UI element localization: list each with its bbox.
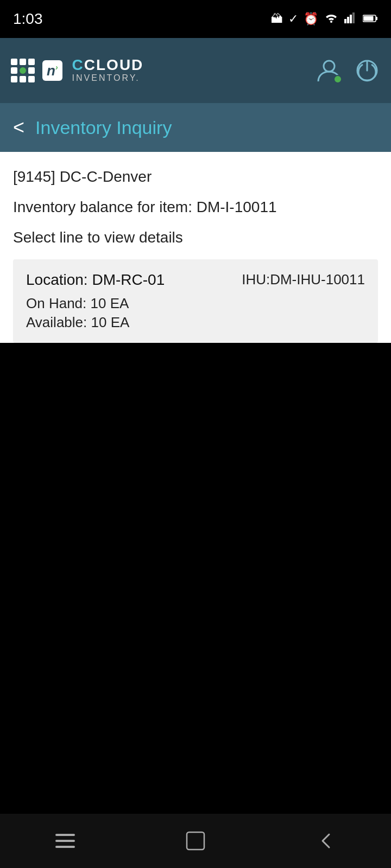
grid-dot-2	[20, 59, 26, 65]
bottom-nav	[0, 814, 391, 868]
logo-n-letter: n›	[47, 63, 58, 78]
grid-icon[interactable]	[11, 59, 35, 82]
card-row-top: Location: DM-RC-01 IHU:DM-IHU-10011	[26, 271, 365, 289]
signal-icon	[344, 11, 357, 27]
header-left: n› CCLOUD INVENTORY.	[11, 58, 143, 83]
svg-rect-1	[344, 19, 346, 23]
check-icon: ✓	[288, 12, 298, 26]
status-icons: 🏔 ✓ ⏰	[271, 11, 378, 27]
main-content: [9145] DC-C-Denver Inventory balance for…	[0, 152, 391, 343]
location-line: [9145] DC-C-Denver	[13, 168, 378, 186]
status-bar: 1:03 🏔 ✓ ⏰	[0, 0, 391, 38]
card-ihu: IHU:DM-IHU-10011	[242, 271, 365, 288]
card-on-hand: On Hand: 10 EA	[26, 295, 365, 312]
nav-back-button[interactable]	[304, 825, 348, 857]
user-icon-wrap[interactable]	[315, 56, 343, 85]
page-header: < Inventory Inquiry	[0, 103, 391, 152]
nav-menu-icon	[55, 834, 75, 848]
grid-dot-7	[11, 76, 17, 82]
nav-home-button[interactable]	[174, 825, 217, 857]
select-line: Select line to view details	[13, 229, 378, 246]
logo-inventory-text: INVENTORY.	[72, 73, 144, 83]
grid-dot-6	[28, 67, 35, 74]
back-icon	[317, 829, 335, 853]
power-icon[interactable]	[354, 58, 380, 84]
grid-dot-4	[11, 67, 17, 74]
photo-icon: 🏔	[271, 12, 283, 26]
header-right	[315, 56, 380, 85]
grid-dot-9	[28, 76, 35, 82]
svg-point-0	[330, 21, 332, 23]
balance-line: Inventory balance for item: DM-I-10011	[13, 199, 378, 216]
logo-box: n›	[42, 60, 62, 81]
grid-dot-8	[20, 76, 26, 82]
svg-rect-2	[347, 17, 349, 23]
grid-dot-3	[28, 59, 35, 65]
svg-rect-4	[352, 12, 355, 23]
alarm-icon: ⏰	[304, 12, 318, 26]
status-time: 1:03	[13, 10, 43, 28]
svg-rect-11	[187, 832, 204, 850]
wifi-icon	[324, 11, 339, 27]
nav-menu-button[interactable]	[43, 825, 87, 857]
page-title: Inventory Inquiry	[35, 117, 172, 138]
user-status-dot	[333, 75, 342, 84]
battery-icon	[363, 12, 378, 26]
back-button[interactable]: <	[13, 118, 24, 137]
home-icon	[184, 829, 207, 853]
svg-rect-7	[364, 16, 374, 21]
svg-rect-6	[376, 17, 377, 20]
grid-dot-1	[11, 59, 17, 65]
card-location: Location: DM-RC-01	[26, 271, 165, 289]
inventory-card[interactable]: Location: DM-RC-01 IHU:DM-IHU-10011 On H…	[13, 259, 378, 343]
svg-rect-3	[350, 15, 352, 23]
app-header: n› CCLOUD INVENTORY.	[0, 38, 391, 103]
logo-text: CCLOUD INVENTORY.	[72, 58, 144, 83]
svg-point-8	[324, 61, 335, 72]
logo-cloud-text: CCLOUD	[72, 58, 144, 73]
card-available: Available: 10 EA	[26, 314, 365, 331]
grid-dot-5-green	[20, 67, 26, 74]
